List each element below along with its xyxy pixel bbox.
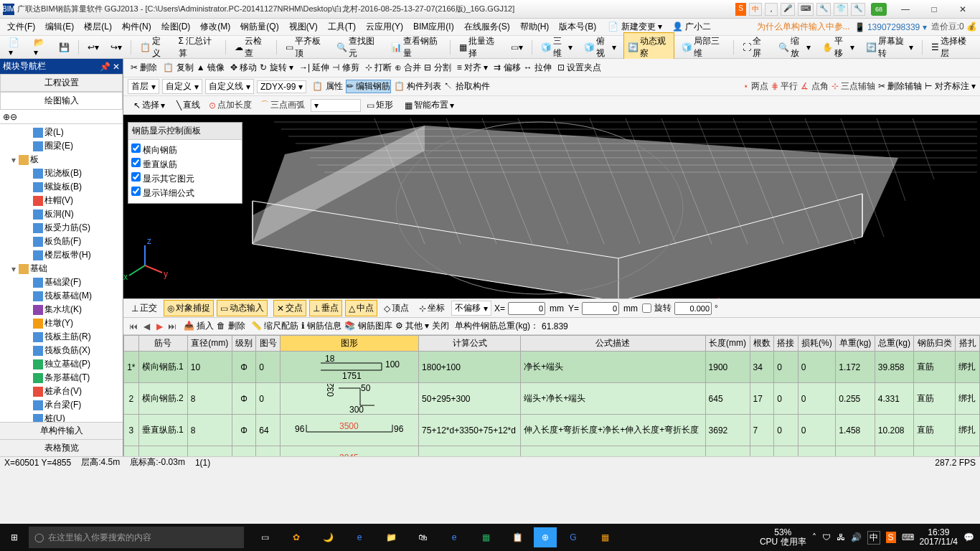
break-button[interactable]: ⊹ 打断: [365, 62, 392, 74]
screenrot-button[interactable]: 🔄 屏幕旋转 ▾: [862, 32, 918, 62]
taskbar-search[interactable]: ◯ 在这里输入你要搜索的内容: [29, 527, 244, 548]
nav-last[interactable]: ⏭: [166, 321, 178, 331]
copy-button[interactable]: 📋 复制: [163, 62, 193, 74]
x-input[interactable]: [508, 302, 545, 315]
pickcomp-button[interactable]: ↖ 拾取构件: [444, 80, 489, 93]
tb-ie[interactable]: e: [439, 524, 469, 551]
new-icon[interactable]: 📄▾: [4, 34, 27, 60]
rebar-table[interactable]: 筋号直径(mm)级别图号图形计算公式公式描述长度(mm)根数搭接损耗(%)单重(…: [123, 335, 980, 456]
tb-app7[interactable]: ▦: [590, 524, 620, 551]
nav-tree[interactable]: 梁(L)圈梁(E)▾板现浇板(B)螺旋板(B)柱帽(V)板洞(N)板受力筋(S)…: [0, 124, 123, 422]
alignmark-button[interactable]: ⊢ 对齐标注 ▾: [925, 80, 976, 93]
tree-node[interactable]: 筏板负筋(X): [0, 344, 123, 357]
extend-button[interactable]: →| 延伸: [299, 62, 329, 74]
tb-store[interactable]: 🛍: [407, 524, 438, 551]
split-button[interactable]: ⊟ 分割: [424, 62, 451, 74]
pan-button[interactable]: ✋ 平移 ▾: [818, 32, 859, 62]
coord-button[interactable]: ⊹ 坐标: [415, 300, 448, 316]
tab-project[interactable]: 工程设置: [0, 74, 123, 92]
cross-button[interactable]: ✕ 交点: [273, 300, 306, 316]
custom-dropdown[interactable]: 自定义 ▾: [162, 79, 202, 94]
viewrebar-button[interactable]: 📊 查看钢筋量: [387, 32, 446, 62]
tb-explorer[interactable]: 📁: [376, 524, 406, 551]
delaux-button[interactable]: ✂ 删除辅轴: [878, 80, 922, 93]
table-header[interactable]: 搭接: [774, 336, 798, 352]
table-header[interactable]: 图号: [256, 336, 281, 352]
tree-node[interactable]: 板负筋(F): [0, 235, 123, 248]
ptangle-button[interactable]: ∡ 点角: [801, 80, 828, 93]
tree-node[interactable]: 筏板基础(M): [0, 289, 123, 303]
undo-icon[interactable]: ↩▾: [83, 39, 103, 55]
tab-draw[interactable]: 绘图输入: [0, 92, 123, 110]
select-button[interactable]: ↖ 选择 ▾: [131, 98, 168, 113]
table-row[interactable]: 1*横向钢筋.110Φ01810017511800+100净长+端头190034…: [124, 352, 980, 383]
minimize-button[interactable]: —: [891, 1, 920, 17]
tree-node[interactable]: 集水坑(K): [0, 303, 123, 316]
editrebar-button[interactable]: ✏ 编辑钢筋: [346, 80, 391, 93]
tb-app2[interactable]: 🌙: [313, 524, 343, 551]
tb-app3[interactable]: ▦: [471, 524, 501, 551]
table-header[interactable]: 根数: [750, 336, 774, 352]
local3d-button[interactable]: 🧊 局部三维: [677, 32, 728, 62]
merge-button[interactable]: ⊕ 合并: [395, 62, 421, 74]
code-dropdown[interactable]: ZDYX-99 ▾: [257, 80, 306, 93]
tb-rebarinfo[interactable]: ℹ 钢筋信息: [301, 320, 341, 332]
customline-dropdown[interactable]: 自定义线 ▾: [205, 79, 254, 94]
threed-button[interactable]: 🧊 三维 ▾: [537, 32, 578, 62]
panel-check[interactable]: 显示其它图元: [131, 171, 239, 186]
close-button[interactable]: ✕: [948, 1, 977, 17]
tree-node[interactable]: 板洞(N): [0, 207, 123, 221]
zoom-button[interactable]: 🔍 缩放 ▾: [774, 32, 815, 62]
btab-preview[interactable]: 表格预览: [0, 439, 123, 456]
table-row[interactable]: 4垂直纵筋.28Φ60138459640*d+3450+75+12*d锚固长度+…: [124, 446, 980, 457]
tree-node[interactable]: ▾基础: [0, 262, 123, 276]
table-header[interactable]: 级别: [232, 336, 256, 352]
tb-other[interactable]: ⚙ 其他 ▾: [395, 320, 430, 332]
tray-ime[interactable]: 中: [867, 531, 880, 545]
ime-punct[interactable]: ，: [765, 3, 778, 16]
mirror-button[interactable]: ▲ 镜像: [197, 62, 225, 74]
table-row[interactable]: 2横向钢筋.28Φ00325030050+295+300端头+净长+端头6451…: [124, 383, 980, 415]
attr-button[interactable]: 📋 属性: [312, 80, 342, 93]
table-header[interactable]: 图形: [280, 336, 418, 352]
nav-first[interactable]: ⏮: [128, 321, 139, 331]
tb-insert[interactable]: 📥 插入: [184, 320, 214, 332]
smartlay-button[interactable]: ▦ 智能布置 ▾: [402, 98, 457, 113]
ime-lang[interactable]: 中: [749, 3, 762, 16]
menu-file[interactable]: 文件(F): [3, 19, 39, 34]
tray-net-icon[interactable]: 🖧: [837, 532, 845, 542]
delete-button[interactable]: ✂ 删除: [131, 62, 157, 74]
ptlen-button[interactable]: ⊙ 点加长度: [206, 98, 255, 113]
align-button[interactable]: ≡ 对齐 ▾: [457, 62, 489, 74]
cpu-meter[interactable]: 53%CPU 使用率: [760, 528, 806, 547]
green-badge[interactable]: 68: [871, 3, 887, 16]
findpic-button[interactable]: 🔍 查找图元: [332, 32, 383, 62]
threeptaux-button[interactable]: ⊹ 三点辅轴: [831, 80, 875, 93]
panel-check[interactable]: 显示详细公式: [131, 186, 239, 200]
define-button[interactable]: 📋 定义: [136, 32, 171, 62]
tray-kbd-icon[interactable]: ⌨: [902, 532, 914, 542]
table-header[interactable]: 公式描述: [521, 336, 705, 352]
tree-node[interactable]: ▾板: [0, 153, 123, 166]
ortho-button[interactable]: ⊥ 正交: [128, 300, 161, 316]
redo-icon[interactable]: ↪▾: [106, 39, 126, 55]
ime-wrench-icon[interactable]: 🔧: [851, 3, 865, 16]
panel-check[interactable]: 横向钢筋: [131, 143, 239, 157]
tree-node[interactable]: 圈梁(E): [0, 139, 123, 153]
table-header[interactable]: 损耗(%): [798, 336, 836, 352]
start-button[interactable]: ⊞: [0, 524, 29, 551]
rect-sel-icon[interactable]: ▭▾: [507, 39, 527, 55]
table-header[interactable]: 钢筋归类: [914, 336, 956, 352]
rect-button[interactable]: ▭ 矩形: [364, 98, 396, 113]
tb-app4[interactable]: 📋: [502, 524, 532, 551]
threeptarc-button[interactable]: ⌒ 三点画弧: [258, 98, 308, 113]
vertex-button[interactable]: ◇ 顶点: [380, 300, 413, 316]
ime-skin-icon[interactable]: 👕: [834, 3, 848, 16]
table-header[interactable]: 搭扎: [956, 336, 980, 352]
setgrip-button[interactable]: ⊡ 设置夹点: [557, 62, 601, 74]
menu-floor[interactable]: 楼层(L): [80, 19, 116, 34]
flatroof-button[interactable]: ▭ 平齐板顶: [281, 32, 330, 62]
offset-mode[interactable]: 不偏移 ▾: [451, 301, 491, 316]
tray-sogou[interactable]: S: [886, 532, 896, 543]
table-header[interactable]: 计算公式: [419, 336, 521, 352]
